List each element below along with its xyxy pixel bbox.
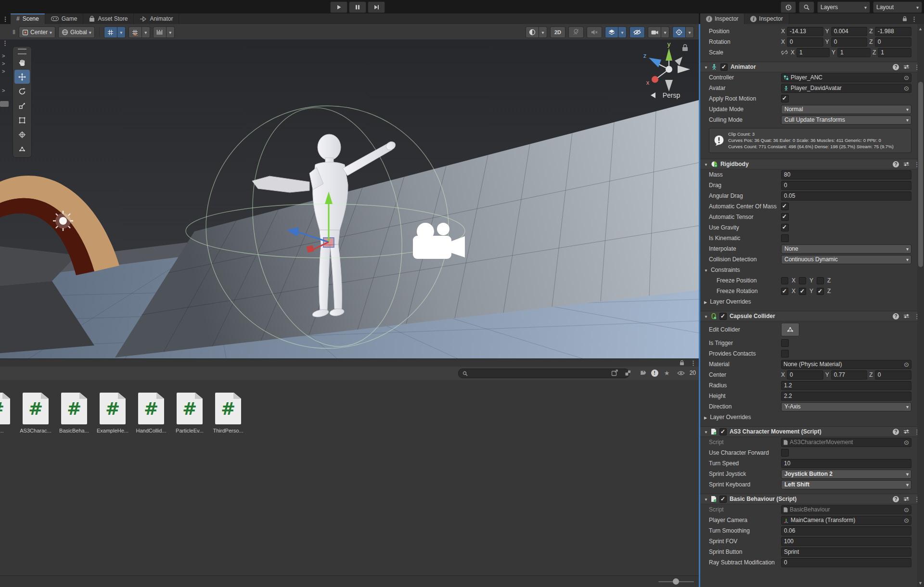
component-enabled-checkbox[interactable]	[719, 313, 727, 320]
help-icon[interactable]	[893, 496, 899, 502]
player-camera-object-field[interactable]: MainCamera (Transform)	[781, 516, 911, 525]
direction-label[interactable]: Direction	[700, 403, 781, 410]
use-forward-label[interactable]: Use Character Forward	[700, 449, 781, 456]
center-z-field[interactable]: 0	[875, 370, 911, 380]
update-mode-label[interactable]: Update Mode	[700, 106, 781, 113]
height-label[interactable]: Height	[700, 393, 781, 399]
use-gravity-label[interactable]: Use Gravity	[700, 224, 781, 231]
component-enabled-checkbox[interactable]	[720, 64, 728, 71]
ray-subtract-label[interactable]: Ray Subtract Modification	[700, 559, 781, 566]
sprint-fov-label[interactable]: Sprint FOV	[700, 538, 781, 545]
tab-inspector-2[interactable]: Inspector	[744, 13, 789, 24]
file-item[interactable]: HandCollid...	[132, 393, 170, 434]
object-picker-icon[interactable]	[904, 506, 909, 513]
project-search[interactable]	[458, 369, 629, 378]
presets-icon[interactable]	[903, 64, 910, 70]
turn-smoothing-label[interactable]: Turn Smoothing	[700, 527, 781, 534]
sprint-button-label[interactable]: Sprint Button	[700, 549, 781, 555]
asset-bundle-icon[interactable]	[623, 368, 634, 378]
label-tag-icon[interactable]	[637, 368, 648, 378]
grid-visibility-toggle[interactable]	[104, 26, 126, 38]
freeze-rot-z-checkbox[interactable]	[817, 288, 824, 295]
scroll-up-arrow[interactable]	[918, 25, 923, 32]
update-mode-dropdown[interactable]: Normal	[781, 105, 911, 114]
rotation-y-field[interactable]: 0	[831, 38, 868, 47]
open-search-window-icon[interactable]	[609, 368, 620, 378]
center-x-field[interactable]: 0	[787, 370, 823, 380]
warning-filter-icon[interactable]: !	[651, 370, 658, 377]
material-label[interactable]: Material	[700, 361, 781, 368]
snap-increment-toggle[interactable]	[153, 26, 175, 38]
presets-icon[interactable]	[903, 161, 910, 167]
foldout-icon[interactable]	[704, 496, 708, 502]
material-object-field[interactable]: None (Physic Material)	[781, 360, 911, 369]
capsule-collider-header[interactable]: Capsule Collider	[700, 311, 924, 321]
scale-x-field[interactable]: 1	[796, 48, 830, 57]
auto-tensor-checkbox[interactable]	[781, 213, 789, 221]
avatar-object-field[interactable]: Player_DavidAvatar	[781, 84, 911, 93]
use-gravity-checkbox[interactable]	[781, 224, 789, 231]
file-item[interactable]: ParticleEv...	[170, 393, 209, 434]
increment-options-dropdown[interactable]	[167, 26, 175, 38]
basic-behaviour-header[interactable]: Basic Behaviour (Script)	[700, 494, 924, 504]
object-picker-icon[interactable]	[904, 85, 909, 92]
as3-script-header[interactable]: AS3 Character Movement (Script)	[700, 426, 924, 437]
angular-drag-label[interactable]: Angular Drag	[700, 192, 781, 199]
sprint-joystick-label[interactable]: Sprint Joystick	[700, 471, 781, 477]
culling-mode-label[interactable]: Culling Mode	[700, 116, 781, 123]
is-trigger-checkbox[interactable]	[781, 339, 789, 347]
scene-viewport[interactable]: y z x Persp > > > >	[0, 39, 699, 358]
collision-dropdown[interactable]: Continuous Dynamic	[781, 255, 911, 264]
component-enabled-checkbox[interactable]	[719, 428, 727, 435]
palette-drag-handle[interactable]	[18, 49, 26, 54]
apply-root-label[interactable]: Apply Root Motion	[700, 95, 781, 102]
script-object-field[interactable]: BasicBehaviour	[781, 505, 911, 514]
overlay-expand-chevron[interactable]: >	[2, 61, 5, 66]
rotate-tool[interactable]	[14, 84, 30, 98]
position-x-field[interactable]: -14.13	[787, 27, 823, 36]
sun-light-icon[interactable]	[53, 211, 73, 231]
zoom-slider-thumb[interactable]	[673, 578, 679, 585]
freeze-rot-x-checkbox[interactable]	[781, 288, 788, 295]
eye-icon[interactable]	[676, 368, 686, 378]
project-search-input[interactable]	[470, 370, 625, 377]
is-trigger-label[interactable]: Is Trigger	[700, 340, 781, 346]
rb-layer-overrides-foldout[interactable]: Layer Overrides	[700, 296, 924, 307]
favorites-star-icon[interactable]	[662, 368, 672, 378]
sprint-button-field[interactable]: Sprint	[781, 548, 911, 557]
kebab-icon[interactable]	[911, 15, 917, 23]
auto-com-checkbox[interactable]	[781, 203, 789, 210]
2d-toggle[interactable]: 2D	[550, 26, 565, 38]
sprint-keyboard-dropdown[interactable]: Left Shift	[781, 480, 911, 489]
scroll-down-arrow[interactable]	[918, 579, 923, 586]
component-enabled-checkbox[interactable]	[719, 496, 727, 503]
scene-audio-toggle[interactable]	[587, 26, 602, 38]
tab-scene[interactable]: # Scene	[11, 13, 45, 24]
controller-object-field[interactable]: Player_ANC	[781, 73, 911, 82]
edit-collider-label[interactable]: Edit Collider	[700, 326, 781, 333]
pause-button[interactable]	[349, 1, 366, 13]
position-label[interactable]: Position	[700, 28, 781, 35]
edit-collider-button[interactable]	[781, 323, 799, 336]
lock-icon[interactable]	[680, 360, 684, 366]
radius-label[interactable]: Radius	[700, 382, 781, 389]
sprint-keyboard-label[interactable]: Sprint Keyboard	[700, 481, 781, 488]
grid-options-dropdown[interactable]	[117, 26, 126, 38]
turn-speed-field[interactable]: 10	[781, 459, 911, 468]
avatar-label[interactable]: Avatar	[700, 85, 781, 91]
provides-contacts-label[interactable]: Provides Contacts	[700, 350, 781, 357]
camera-settings-dropdown[interactable]	[648, 26, 669, 38]
is-kinematic-label[interactable]: Is Kinematic	[700, 235, 781, 242]
presets-icon[interactable]	[903, 496, 910, 502]
play-button[interactable]	[330, 1, 347, 13]
tab-asset-store[interactable]: Asset Store	[83, 13, 134, 24]
auto-tensor-label[interactable]: Automatic Tensor	[700, 214, 781, 220]
snap-options-dropdown[interactable]	[142, 26, 150, 38]
tabbar-menu[interactable]	[0, 13, 11, 24]
auto-com-label[interactable]: Automatic Center Of Mass	[700, 203, 781, 210]
help-icon[interactable]	[893, 313, 899, 319]
toolbar-drag-handle[interactable]: ‖	[13, 29, 16, 36]
object-picker-icon[interactable]	[904, 361, 909, 368]
center-y-field[interactable]: 0.77	[831, 370, 868, 380]
interpolate-dropdown[interactable]: None	[781, 244, 911, 254]
